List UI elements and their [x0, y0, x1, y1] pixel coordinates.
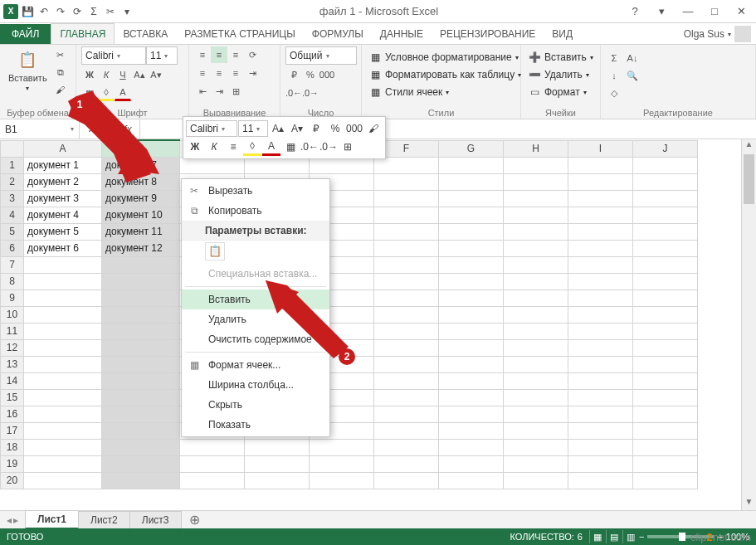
tab-data[interactable]: ДАННЫЕ [372, 24, 432, 44]
cell-J19[interactable] [633, 455, 698, 472]
cell-G13[interactable] [439, 356, 504, 372]
align-middle-icon[interactable]: ≡ [211, 46, 227, 63]
cell-G2[interactable] [439, 173, 504, 190]
cell-A12[interactable] [24, 339, 102, 356]
cell-F3[interactable] [374, 190, 439, 207]
tab-view[interactable]: ВИД [544, 24, 581, 44]
sheet-tab-1[interactable]: Лист1 [25, 510, 79, 529]
cell-G12[interactable] [439, 339, 504, 356]
shrink-font-icon[interactable]: A▾ [148, 66, 164, 83]
cell-G4[interactable] [439, 207, 504, 223]
tab-formulas[interactable]: ФОРМУЛЫ [304, 24, 372, 44]
increase-decimal-icon[interactable]: .0← [285, 85, 302, 101]
paste-option-icon[interactable]: 📋 [205, 242, 225, 260]
save-icon[interactable]: 💾 [20, 4, 35, 19]
cell-A13[interactable] [24, 356, 102, 372]
cell-B19[interactable] [102, 455, 180, 472]
sheet-tab-2[interactable]: Лист2 [78, 511, 130, 528]
orientation-icon[interactable]: ⟳ [244, 46, 261, 63]
cell-B12[interactable] [102, 339, 180, 356]
cell-G11[interactable] [439, 323, 504, 339]
cell-G17[interactable] [439, 422, 504, 439]
cell-E1[interactable] [310, 157, 374, 173]
cell-C20[interactable] [180, 472, 245, 489]
cell-G15[interactable] [439, 389, 504, 406]
mini-dec-decimal-icon[interactable]: .0← [300, 138, 319, 156]
find-select-icon[interactable]: 🔍 [624, 67, 641, 84]
mini-format-painter-icon[interactable]: 🖌 [364, 119, 383, 138]
cell-B15[interactable] [102, 389, 180, 406]
cell-H1[interactable] [504, 157, 568, 173]
cell-H9[interactable] [504, 290, 568, 306]
cell-A7[interactable] [24, 256, 102, 273]
cell-H4[interactable] [504, 207, 568, 223]
cell-H19[interactable] [504, 455, 568, 472]
cell-H18[interactable] [504, 439, 568, 455]
conditional-formatting-button[interactable]: ▦Условное форматирование▾ [367, 50, 520, 65]
cell-J11[interactable] [633, 323, 698, 339]
cell-F12[interactable] [374, 339, 439, 356]
cut-icon[interactable]: ✂ [52, 46, 69, 63]
cell-H5[interactable] [504, 223, 568, 240]
row-header-8[interactable]: 8 [1, 273, 24, 290]
help-icon[interactable]: ? [623, 3, 646, 20]
column-header-J[interactable]: J [633, 140, 698, 157]
decrease-decimal-icon[interactable]: .0→ [302, 85, 319, 101]
scroll-thumb[interactable] [744, 154, 754, 204]
cell-G16[interactable] [439, 406, 504, 422]
cell-I14[interactable] [568, 372, 633, 389]
ctx-show[interactable]: Показать [182, 415, 329, 435]
cell-I7[interactable] [568, 256, 633, 273]
cell-J4[interactable] [633, 207, 698, 223]
autosum-icon[interactable]: Σ [86, 4, 101, 19]
cell-F11[interactable] [374, 323, 439, 339]
cell-B9[interactable] [102, 290, 180, 306]
cell-J16[interactable] [633, 406, 698, 422]
row-header-1[interactable]: 1 [1, 157, 24, 173]
cell-B5[interactable]: документ 11 [102, 223, 180, 240]
cell-H16[interactable] [504, 406, 568, 422]
cell-A5[interactable]: документ 5 [24, 223, 102, 240]
sheet-nav[interactable]: ◂▸ [7, 514, 18, 526]
tab-insert[interactable]: ВСТАВКА [115, 24, 176, 44]
row-header-11[interactable]: 11 [1, 323, 24, 339]
cell-E18[interactable] [310, 439, 374, 455]
column-header-I[interactable]: I [568, 140, 633, 157]
merge-icon[interactable]: ⊞ [227, 83, 244, 100]
cell-B14[interactable] [102, 372, 180, 389]
cell-H10[interactable] [504, 306, 568, 323]
cell-J9[interactable] [633, 290, 698, 306]
cell-J18[interactable] [633, 439, 698, 455]
cell-G7[interactable] [439, 256, 504, 273]
cell-E19[interactable] [310, 455, 374, 472]
row-header-15[interactable]: 15 [1, 389, 24, 406]
cell-J1[interactable] [633, 157, 698, 173]
bold-button[interactable]: Ж [81, 66, 98, 83]
number-format-combo[interactable]: Общий▾ [285, 46, 357, 65]
cell-F10[interactable] [374, 306, 439, 323]
mini-merge-icon[interactable]: ⊞ [339, 138, 357, 156]
scissors-icon[interactable]: ✂ [103, 4, 118, 19]
cell-A19[interactable] [24, 455, 102, 472]
cell-I16[interactable] [568, 406, 633, 422]
cell-styles-button[interactable]: ▦Стили ячеек▾ [367, 85, 451, 100]
view-page-layout-icon[interactable]: ▤ [606, 530, 622, 543]
cell-C19[interactable] [180, 455, 245, 472]
cell-J10[interactable] [633, 306, 698, 323]
scroll-down-icon[interactable]: ▼ [742, 497, 756, 510]
cell-J2[interactable] [633, 173, 698, 190]
worksheet-grid[interactable]: ABCDEFGHIJ1документ 1документ 72документ… [0, 139, 756, 510]
comma-icon[interactable]: 000 [319, 66, 335, 83]
mini-fill-color-icon[interactable]: ◊ [243, 138, 261, 156]
cell-C18[interactable] [180, 439, 245, 455]
cell-J15[interactable] [633, 389, 698, 406]
cell-J8[interactable] [633, 273, 698, 290]
cell-J7[interactable] [633, 256, 698, 273]
cell-A6[interactable]: документ 6 [24, 240, 102, 256]
cell-F18[interactable] [374, 439, 439, 455]
user-area[interactable]: Olga Sus ▾ [684, 26, 751, 42]
mini-border-icon[interactable]: ▦ [281, 138, 300, 156]
format-cells-button[interactable]: ▭Формат▾ [526, 85, 588, 100]
cell-A10[interactable] [24, 306, 102, 323]
view-page-break-icon[interactable]: ▥ [622, 530, 639, 543]
